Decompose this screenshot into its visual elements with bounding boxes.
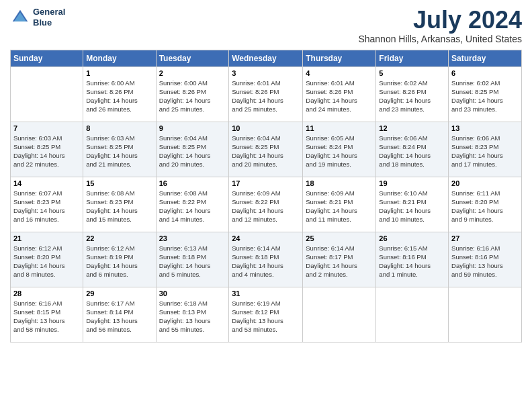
day-number: 19 xyxy=(379,179,445,187)
day-info: Sunrise: 6:13 AM Sunset: 8:18 PM Dayligh… xyxy=(159,244,226,279)
location-title: Shannon Hills, Arkansas, United States xyxy=(358,34,522,44)
day-number: 5 xyxy=(379,69,445,77)
day-info: Sunrise: 6:12 AM Sunset: 8:19 PM Dayligh… xyxy=(86,244,152,279)
day-info: Sunrise: 6:07 AM Sunset: 8:23 PM Dayligh… xyxy=(13,189,80,224)
day-number: 3 xyxy=(232,69,300,77)
day-of-week-header: Tuesday xyxy=(156,50,229,66)
day-number: 8 xyxy=(86,124,152,132)
calendar-cell: 16Sunrise: 6:08 AM Sunset: 8:22 PM Dayli… xyxy=(156,177,229,232)
calendar-cell: 22Sunrise: 6:12 AM Sunset: 8:19 PM Dayli… xyxy=(83,232,156,287)
calendar-header-row: SundayMondayTuesdayWednesdayThursdayFrid… xyxy=(11,50,522,66)
calendar-cell: 27Sunrise: 6:16 AM Sunset: 8:16 PM Dayli… xyxy=(449,232,522,287)
day-number: 27 xyxy=(451,234,519,242)
day-number: 20 xyxy=(451,179,519,187)
day-info: Sunrise: 6:14 AM Sunset: 8:17 PM Dayligh… xyxy=(306,244,373,279)
calendar-cell: 21Sunrise: 6:12 AM Sunset: 8:20 PM Dayli… xyxy=(11,232,83,287)
day-info: Sunrise: 6:03 AM Sunset: 8:25 PM Dayligh… xyxy=(13,134,80,169)
calendar-cell: 9Sunrise: 6:04 AM Sunset: 8:25 PM Daylig… xyxy=(156,122,229,177)
day-number: 7 xyxy=(13,124,80,132)
calendar-cell xyxy=(376,287,449,342)
day-info: Sunrise: 6:09 AM Sunset: 8:21 PM Dayligh… xyxy=(306,189,373,224)
day-info: Sunrise: 6:17 AM Sunset: 8:14 PM Dayligh… xyxy=(86,299,152,334)
day-number: 17 xyxy=(232,179,300,187)
day-info: Sunrise: 6:04 AM Sunset: 8:25 PM Dayligh… xyxy=(159,134,226,169)
day-info: Sunrise: 6:11 AM Sunset: 8:20 PM Dayligh… xyxy=(451,189,519,224)
calendar-cell: 30Sunrise: 6:18 AM Sunset: 8:13 PM Dayli… xyxy=(156,287,229,342)
calendar-cell: 8Sunrise: 6:03 AM Sunset: 8:25 PM Daylig… xyxy=(83,122,156,177)
calendar-cell: 10Sunrise: 6:04 AM Sunset: 8:25 PM Dayli… xyxy=(229,122,303,177)
calendar-cell: 1Sunrise: 6:00 AM Sunset: 8:26 PM Daylig… xyxy=(83,66,156,122)
day-info: Sunrise: 6:18 AM Sunset: 8:13 PM Dayligh… xyxy=(159,299,226,334)
calendar-week-row: 28Sunrise: 6:16 AM Sunset: 8:15 PM Dayli… xyxy=(11,287,522,342)
calendar-cell: 14Sunrise: 6:07 AM Sunset: 8:23 PM Dayli… xyxy=(11,177,83,232)
day-number: 4 xyxy=(306,69,373,77)
calendar-table: SundayMondayTuesdayWednesdayThursdayFrid… xyxy=(10,50,522,342)
calendar-cell: 31Sunrise: 6:19 AM Sunset: 8:12 PM Dayli… xyxy=(229,287,303,342)
day-info: Sunrise: 6:16 AM Sunset: 8:15 PM Dayligh… xyxy=(13,299,80,334)
day-info: Sunrise: 6:14 AM Sunset: 8:18 PM Dayligh… xyxy=(232,244,300,279)
calendar-cell: 28Sunrise: 6:16 AM Sunset: 8:15 PM Dayli… xyxy=(11,287,83,342)
calendar-cell: 19Sunrise: 6:10 AM Sunset: 8:21 PM Dayli… xyxy=(376,177,449,232)
day-number: 16 xyxy=(159,179,226,187)
calendar-cell: 5Sunrise: 6:02 AM Sunset: 8:26 PM Daylig… xyxy=(376,66,449,122)
day-info: Sunrise: 6:06 AM Sunset: 8:23 PM Dayligh… xyxy=(451,134,519,169)
day-number: 26 xyxy=(379,234,445,242)
calendar-cell: 26Sunrise: 6:15 AM Sunset: 8:16 PM Dayli… xyxy=(376,232,449,287)
calendar-week-row: 1Sunrise: 6:00 AM Sunset: 8:26 PM Daylig… xyxy=(11,66,522,122)
calendar-cell: 13Sunrise: 6:06 AM Sunset: 8:23 PM Dayli… xyxy=(449,122,522,177)
calendar-cell: 18Sunrise: 6:09 AM Sunset: 8:21 PM Dayli… xyxy=(303,177,376,232)
day-number: 25 xyxy=(306,234,373,242)
day-info: Sunrise: 6:02 AM Sunset: 8:25 PM Dayligh… xyxy=(451,79,519,114)
calendar-cell: 6Sunrise: 6:02 AM Sunset: 8:25 PM Daylig… xyxy=(449,66,522,122)
day-number: 13 xyxy=(451,124,519,132)
day-number: 28 xyxy=(13,289,80,298)
calendar-cell: 12Sunrise: 6:06 AM Sunset: 8:24 PM Dayli… xyxy=(376,122,449,177)
calendar-cell: 24Sunrise: 6:14 AM Sunset: 8:18 PM Dayli… xyxy=(229,232,303,287)
calendar-cell xyxy=(449,287,522,342)
header: General Blue July 2024 Shannon Hills, Ar… xyxy=(10,7,522,44)
day-info: Sunrise: 6:04 AM Sunset: 8:25 PM Dayligh… xyxy=(232,134,300,169)
day-number: 18 xyxy=(306,179,373,187)
day-number: 31 xyxy=(232,289,300,298)
day-number: 29 xyxy=(86,289,152,298)
day-number: 22 xyxy=(86,234,152,242)
calendar-cell: 20Sunrise: 6:11 AM Sunset: 8:20 PM Dayli… xyxy=(449,177,522,232)
day-info: Sunrise: 6:00 AM Sunset: 8:26 PM Dayligh… xyxy=(86,79,152,114)
calendar-cell xyxy=(303,287,376,342)
day-number: 10 xyxy=(232,124,300,132)
day-of-week-header: Friday xyxy=(376,50,449,66)
day-info: Sunrise: 6:09 AM Sunset: 8:22 PM Dayligh… xyxy=(232,189,300,224)
calendar-cell: 25Sunrise: 6:14 AM Sunset: 8:17 PM Dayli… xyxy=(303,232,376,287)
day-info: Sunrise: 6:12 AM Sunset: 8:20 PM Dayligh… xyxy=(13,244,80,279)
calendar-week-row: 7Sunrise: 6:03 AM Sunset: 8:25 PM Daylig… xyxy=(11,122,522,177)
day-number: 11 xyxy=(306,124,373,132)
day-info: Sunrise: 6:16 AM Sunset: 8:16 PM Dayligh… xyxy=(451,244,519,279)
day-info: Sunrise: 6:02 AM Sunset: 8:26 PM Dayligh… xyxy=(379,79,445,114)
calendar-cell: 17Sunrise: 6:09 AM Sunset: 8:22 PM Dayli… xyxy=(229,177,303,232)
day-number: 15 xyxy=(86,179,152,187)
day-number: 21 xyxy=(13,234,80,242)
day-number: 14 xyxy=(13,179,80,187)
calendar-cell: 23Sunrise: 6:13 AM Sunset: 8:18 PM Dayli… xyxy=(156,232,229,287)
title-block: July 2024 Shannon Hills, Arkansas, Unite… xyxy=(358,7,522,44)
month-title: July 2024 xyxy=(358,7,522,34)
page: General Blue July 2024 Shannon Hills, Ar… xyxy=(0,0,532,411)
day-info: Sunrise: 6:05 AM Sunset: 8:24 PM Dayligh… xyxy=(306,134,373,169)
day-number: 12 xyxy=(379,124,445,132)
day-number: 9 xyxy=(159,124,226,132)
calendar-week-row: 21Sunrise: 6:12 AM Sunset: 8:20 PM Dayli… xyxy=(11,232,522,287)
day-info: Sunrise: 6:01 AM Sunset: 8:26 PM Dayligh… xyxy=(232,79,300,114)
day-of-week-header: Sunday xyxy=(11,50,83,66)
calendar-week-row: 14Sunrise: 6:07 AM Sunset: 8:23 PM Dayli… xyxy=(11,177,522,232)
day-info: Sunrise: 6:03 AM Sunset: 8:25 PM Dayligh… xyxy=(86,134,152,169)
day-info: Sunrise: 6:19 AM Sunset: 8:12 PM Dayligh… xyxy=(232,299,300,334)
day-info: Sunrise: 6:10 AM Sunset: 8:21 PM Dayligh… xyxy=(379,189,445,224)
day-info: Sunrise: 6:15 AM Sunset: 8:16 PM Dayligh… xyxy=(379,244,445,279)
calendar-cell: 29Sunrise: 6:17 AM Sunset: 8:14 PM Dayli… xyxy=(83,287,156,342)
calendar-cell: 2Sunrise: 6:00 AM Sunset: 8:26 PM Daylig… xyxy=(156,66,229,122)
logo: General Blue xyxy=(10,7,65,28)
day-number: 1 xyxy=(86,69,152,77)
day-number: 6 xyxy=(451,69,519,77)
calendar-cell: 4Sunrise: 6:01 AM Sunset: 8:26 PM Daylig… xyxy=(303,66,376,122)
day-number: 24 xyxy=(232,234,300,242)
